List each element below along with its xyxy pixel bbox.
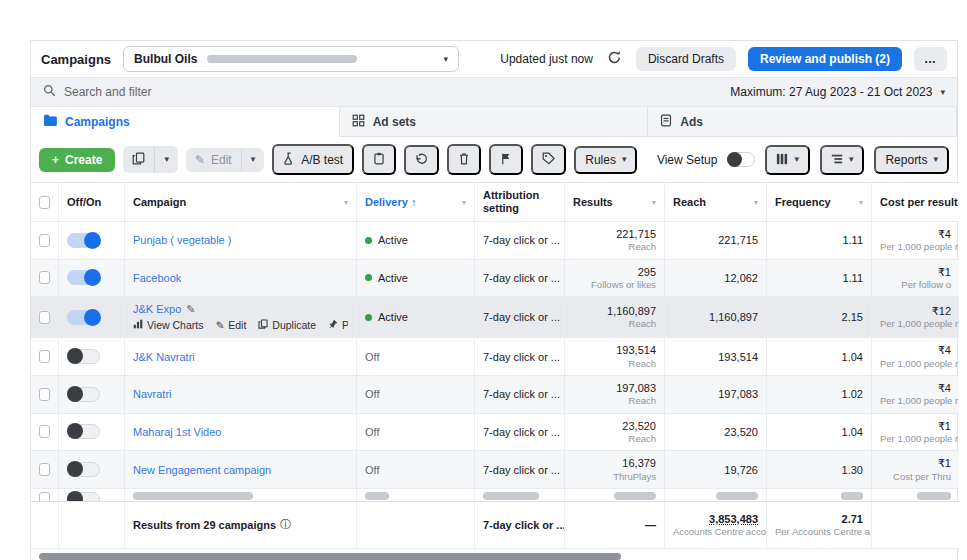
folder-icon [43,114,57,129]
cost-per-result-value: ₹1Per follow o [880,265,951,292]
edit-button[interactable]: ✎ Edit [186,148,242,172]
ab-test-button[interactable]: A/B test [272,144,354,175]
campaign-toggle[interactable] [67,424,100,439]
date-range-label: Maximum: 27 Aug 2023 - 21 Oct 2023 [730,85,932,99]
cost-per-result-value: ₹4Per 1,000 people r [880,343,951,370]
edit-button-group: ✎ Edit ▾ [186,148,264,172]
campaign-link[interactable]: J&K Expo [133,303,181,315]
delivery-status: Active [378,272,408,284]
campaign-link[interactable]: Punjab ( vegetable ) [133,234,231,246]
col-frequency[interactable]: Frequency▾ [767,182,872,222]
table-row-hovered: J&K Expo✎ View Charts ✎ Edit Duplicate [31,297,957,338]
refresh-button[interactable] [605,48,624,70]
delivery-status: Active [378,234,408,246]
redacted-text [483,492,539,500]
page-title: Campaigns [41,52,111,67]
sort-icon: ▾ [754,198,758,207]
pencil-icon: ✎ [215,320,224,331]
pencil-icon[interactable]: ✎ [186,303,195,315]
updated-status: Updated just now [500,52,593,66]
page-icon [660,114,672,130]
account-selector[interactable]: Bulbul Oils ▾ [123,46,459,72]
col-reach[interactable]: Reach▾ [665,182,767,222]
edit-action[interactable]: ✎ Edit [215,318,246,333]
delivery-status: Off [365,351,379,363]
more-options-button[interactable]: … [914,47,947,71]
columns-icon [776,153,788,167]
revert-button[interactable] [404,145,439,175]
view-setup-toggle[interactable] [727,152,755,167]
frequency-value: 1.04 [767,414,872,452]
campaign-toggle[interactable] [67,387,100,402]
col-results[interactable]: Results▾ [565,182,665,222]
campaign-toggle[interactable] [67,310,100,325]
summary-label: Results from 29 campaigns [133,519,276,531]
tag-button[interactable] [531,144,566,175]
tab-ad-sets[interactable]: Ad sets [340,107,649,137]
reports-button[interactable]: Reports ▾ [874,146,949,174]
col-delivery[interactable]: Delivery ↑▾ [357,182,475,222]
redacted-text [614,492,656,500]
pin-icon [328,318,338,333]
row-checkbox[interactable] [39,271,50,284]
summary-attribution: 7-day click or ... [475,501,565,549]
flag-icon [500,152,512,167]
breakdown-button[interactable]: ▾ [820,145,865,175]
search-placeholder: Search and filter [64,85,151,99]
edit-options-button[interactable]: ▾ [242,148,265,172]
pin-action[interactable]: Pin [328,318,348,333]
delivery-status: Off [365,464,379,476]
review-publish-button[interactable]: Review and publish (2) [748,47,902,71]
view-charts-action[interactable]: View Charts [133,318,203,333]
tab-ads[interactable]: Ads [648,107,957,137]
create-button[interactable]: + Create [39,148,115,172]
reach-value: 12,062 [665,260,767,298]
row-checkbox[interactable] [39,350,50,363]
campaign-toggle[interactable] [67,349,100,364]
grid-icon [352,114,365,130]
table-row: New Engagement campaign Off 7-day click … [31,451,957,489]
undo-icon [415,153,428,167]
reach-value: 221,715 [665,222,767,260]
campaign-link[interactable]: New Engagement campaign [133,464,271,476]
select-all-checkbox[interactable] [39,196,50,209]
row-checkbox[interactable] [39,388,50,401]
campaign-link[interactable]: J&K Navratri [133,351,195,363]
results-value: 221,715Reach [573,227,656,254]
results-value: 23,520Reach [573,419,656,446]
campaign-link[interactable]: Navratri [133,388,172,400]
summary-row: Results from 29 campaigns ⓘ 7-day click … [31,501,957,549]
row-checkbox[interactable] [39,425,50,438]
tab-campaigns[interactable]: Campaigns [31,107,340,137]
campaign-link[interactable]: Facebook [133,272,181,284]
redacted-text [716,492,758,500]
campaign-toggle[interactable] [67,492,100,501]
rules-button[interactable]: Rules ▾ [574,146,637,174]
info-icon[interactable]: ⓘ [280,517,291,532]
discard-drafts-button[interactable]: Discard Drafts [636,47,736,71]
date-range-selector[interactable]: Maximum: 27 Aug 2023 - 21 Oct 2023 ▾ [730,85,945,99]
duplicate-action[interactable]: Duplicate [258,318,316,333]
table-header: Off/On Campaign▾ Delivery ↑▾ Attribution… [31,182,957,222]
tab-label: Campaigns [65,115,130,129]
row-checkbox[interactable] [39,463,50,476]
row-checkbox[interactable] [39,311,50,324]
duplicate-options-button[interactable]: ▾ [155,146,178,173]
scrollbar-thumb[interactable] [39,553,621,560]
chevron-down-icon: ▾ [933,155,938,164]
row-checkbox[interactable] [39,234,50,247]
export-clipboard-button[interactable] [362,144,396,175]
campaign-toggle[interactable] [67,270,100,285]
columns-button[interactable]: ▾ [765,145,810,175]
campaign-link[interactable]: Maharaj 1st Video [133,426,221,438]
duplicate-button[interactable] [123,146,155,173]
campaign-toggle[interactable] [67,233,100,248]
search-filter-bar[interactable]: Search and filter Maximum: 27 Aug 2023 -… [31,77,957,107]
pencil-icon: ✎ [195,154,205,166]
row-checkbox[interactable] [39,492,50,501]
campaign-toggle[interactable] [67,462,100,477]
delete-button[interactable] [447,144,481,175]
active-dot [365,274,372,281]
col-campaign[interactable]: Campaign▾ [125,182,357,222]
flag-button[interactable] [489,144,523,175]
